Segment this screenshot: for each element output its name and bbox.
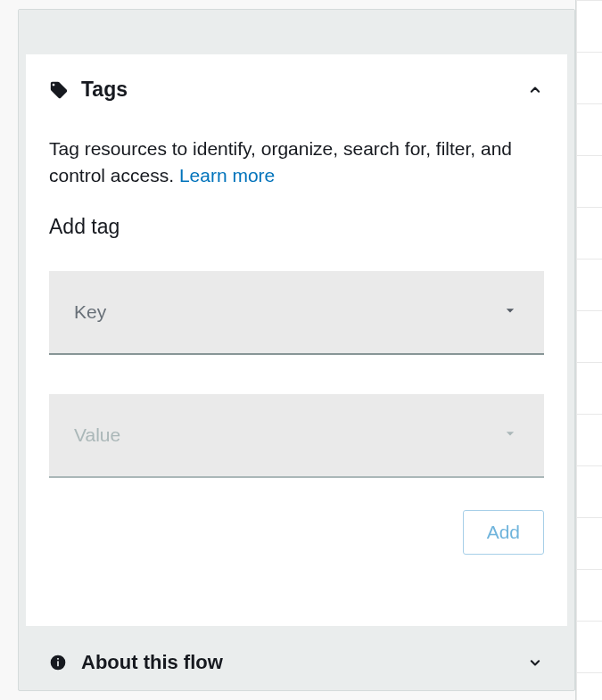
tags-description: Tag resources to identify, organize, sea… <box>49 136 544 190</box>
svg-rect-2 <box>57 658 59 660</box>
tags-title-group: Tags <box>49 78 128 102</box>
caret-down-icon <box>501 424 519 446</box>
panel-top-spacer <box>19 10 574 54</box>
svg-rect-1 <box>57 661 59 666</box>
chevron-up-icon <box>526 81 544 99</box>
tag-key-placeholder: Key <box>74 301 106 323</box>
tags-section: Tags Tag resources to identify, organize… <box>26 54 567 626</box>
learn-more-link[interactable]: Learn more <box>179 165 275 185</box>
tags-section-header[interactable]: Tags <box>49 78 544 102</box>
add-tag-heading: Add tag <box>49 215 544 239</box>
add-button-row: Add <box>49 510 544 555</box>
about-flow-title: About this flow <box>81 651 223 674</box>
tag-value-placeholder: Value <box>74 424 120 446</box>
caret-down-icon <box>501 301 519 323</box>
tag-value-select[interactable]: Value <box>49 394 544 478</box>
about-flow-section-header[interactable]: About this flow <box>26 635 567 690</box>
canvas-grid-background <box>575 0 602 700</box>
tags-title: Tags <box>81 78 128 102</box>
add-button[interactable]: Add <box>463 510 544 555</box>
tags-description-text: Tag resources to identify, organize, sea… <box>49 138 512 185</box>
info-icon <box>49 654 67 671</box>
tag-key-select[interactable]: Key <box>49 271 544 355</box>
tag-icon <box>49 80 69 100</box>
chevron-down-icon <box>526 654 544 671</box>
about-title-group: About this flow <box>49 651 223 674</box>
side-panel: Tags Tag resources to identify, organize… <box>18 9 575 691</box>
